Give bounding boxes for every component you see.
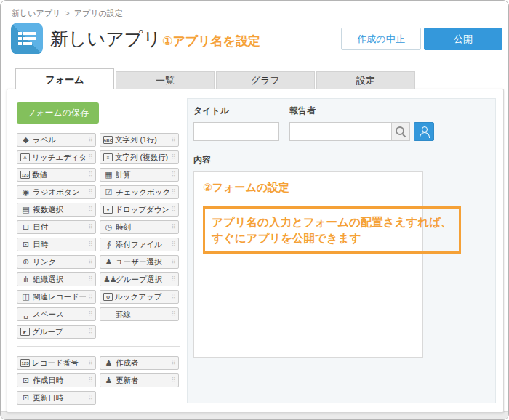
- paperclip-icon: ∮: [103, 241, 113, 249]
- field-item-label: 日時: [33, 240, 86, 250]
- field-palette-group-main: ◆ラベル⠿ABC文字列 (1行)⠿Aリッチエディター⠿≡文字列 (複数行)⠿12…: [17, 133, 180, 339]
- field-item-checkbox[interactable]: ☑チェックボックス⠿: [100, 185, 179, 199]
- breadcrumb-app-link[interactable]: 新しいアプリ: [12, 9, 60, 17]
- drag-handle-icon[interactable]: ⠿: [88, 276, 93, 283]
- app-icon: [11, 23, 43, 54]
- drag-handle-icon[interactable]: ⠿: [88, 171, 93, 178]
- title-field-label: タイトル: [193, 105, 279, 117]
- publish-button[interactable]: 公開: [424, 28, 502, 50]
- field-item-number[interactable]: 123数値⠿: [17, 168, 96, 182]
- reporter-user-picker-button[interactable]: [414, 122, 434, 141]
- field-item-label[interactable]: ◆ラベル⠿: [17, 133, 96, 147]
- field-item-label: 計算: [116, 170, 169, 180]
- title-input[interactable]: [193, 122, 279, 141]
- drag-handle-icon[interactable]: ⠿: [88, 224, 93, 230]
- drag-handle-icon[interactable]: ⠿: [88, 241, 93, 248]
- drag-handle-icon[interactable]: ⠿: [88, 377, 93, 384]
- drag-handle-icon[interactable]: ⠿: [171, 276, 176, 283]
- field-item-time[interactable]: ◷時刻⠿: [100, 220, 179, 234]
- field-item-label: 組織選択: [33, 275, 86, 285]
- tab-form[interactable]: フォーム: [15, 68, 114, 89]
- drag-handle-icon[interactable]: ⠿: [88, 259, 93, 265]
- drag-handle-icon[interactable]: ⠿: [88, 328, 93, 335]
- calendar-icon: ⊡: [20, 394, 31, 402]
- drag-handle-icon[interactable]: ⠿: [171, 171, 176, 178]
- field-item-updated-time[interactable]: ⊡更新日時⠿: [17, 391, 96, 405]
- field-item-calc[interactable]: ▦計算⠿: [100, 168, 179, 182]
- field-item-label: ラジオボタン: [33, 187, 86, 198]
- tab-chart[interactable]: グラフ: [216, 71, 315, 89]
- drag-handle-icon[interactable]: ⠿: [171, 294, 176, 300]
- breadcrumb: 新しいアプリ>アプリの設定: [12, 8, 123, 19]
- clock-icon: ◷: [103, 223, 113, 231]
- field-item-dropdown[interactable]: ▾ドロップダウン⠿: [100, 203, 179, 217]
- tag-icon: ◆: [20, 136, 31, 144]
- field-item-space[interactable]: ␣スペース⠿: [17, 307, 96, 321]
- reporter-input[interactable]: [289, 122, 391, 141]
- field-item-text-single[interactable]: ABC文字列 (1行)⠿: [100, 133, 179, 147]
- field-item-label: レコード番号: [32, 358, 86, 368]
- field-item-label: ドロップダウン: [115, 205, 169, 215]
- field-item-datetime[interactable]: ⊡日時⠿: [17, 238, 96, 251]
- field-item-label: スペース: [33, 310, 86, 320]
- space-icon: ␣: [20, 310, 31, 318]
- tab-list[interactable]: 一覧: [116, 71, 215, 89]
- field-item-user-select[interactable]: ♟ユーザー選択⠿: [100, 255, 179, 269]
- field-item-attachment[interactable]: ∮添付ファイル⠿: [100, 238, 179, 251]
- field-item-related-records[interactable]: ◫関連レコード一覧⠿: [17, 290, 96, 304]
- drag-handle-icon[interactable]: ⠿: [171, 241, 176, 248]
- field-item-group[interactable]: ◤グループ⠿: [17, 325, 96, 339]
- field-item-rich-editor[interactable]: Aリッチエディター⠿: [17, 150, 96, 164]
- calendar-icon: ⊟: [20, 223, 31, 231]
- search-icon: [396, 126, 406, 137]
- drag-handle-icon[interactable]: ⠿: [171, 224, 176, 230]
- content-textarea[interactable]: ②フォームの設定 アプリ名の入力とフォームの配置さえすれば、 すぐにアプリを公開…: [193, 171, 423, 358]
- drag-handle-icon[interactable]: ⠿: [171, 360, 176, 366]
- reporter-search-button[interactable]: [391, 122, 410, 141]
- drag-handle-icon[interactable]: ⠿: [171, 154, 176, 161]
- org-icon: ⋔: [20, 275, 31, 283]
- reporter-field-label: 報告者: [289, 105, 434, 117]
- page-title: 新しいアプリ: [50, 27, 161, 51]
- field-item-group-select[interactable]: ♟♟グループ選択⠿: [100, 272, 179, 286]
- field-item-record-number[interactable]: 123レコード番号⠿: [17, 356, 96, 370]
- field-item-creator[interactable]: ♟作成者⠿: [100, 356, 179, 370]
- callout-line-1: アプリ名の入力とフォームの配置さえすれば、: [212, 214, 452, 230]
- drag-handle-icon[interactable]: ⠿: [171, 189, 176, 195]
- annotation-callout-box: アプリ名の入力とフォームの配置さえすれば、 すぐにアプリを公開できます: [203, 206, 461, 254]
- drag-handle-icon[interactable]: ⠿: [171, 377, 176, 384]
- field-item-text-multi[interactable]: ≡文字列 (複数行)⠿: [100, 150, 179, 164]
- drag-handle-icon[interactable]: ⠿: [171, 311, 176, 318]
- globe-icon: ⊕: [20, 258, 31, 266]
- drag-handle-icon[interactable]: ⠿: [88, 360, 93, 366]
- field-item-label: 文字列 (1行): [115, 135, 169, 145]
- field-item-date[interactable]: ⊟日付⠿: [17, 220, 96, 234]
- drag-handle-icon[interactable]: ⠿: [88, 189, 93, 195]
- field-item-label: 関連レコード一覧: [33, 292, 86, 302]
- field-item-link[interactable]: ⊕リンク⠿: [17, 255, 96, 269]
- drag-handle-icon[interactable]: ⠿: [171, 259, 176, 265]
- drag-handle-icon[interactable]: ⠿: [88, 395, 93, 401]
- field-item-multi-select[interactable]: ▤複数選択⠿: [17, 203, 96, 217]
- number-icon: 123: [20, 171, 30, 179]
- drag-handle-icon[interactable]: ⠿: [88, 206, 93, 213]
- drag-handle-icon[interactable]: ⠿: [88, 137, 93, 143]
- cancel-creation-button[interactable]: 作成の中止: [341, 28, 421, 50]
- drag-handle-icon[interactable]: ⠿: [171, 206, 176, 213]
- drag-handle-icon[interactable]: ⠿: [171, 137, 176, 143]
- drag-handle-icon[interactable]: ⠿: [88, 154, 93, 161]
- drag-handle-icon[interactable]: ⠿: [88, 294, 93, 300]
- field-item-radio[interactable]: ◉ラジオボタン⠿: [17, 185, 96, 199]
- field-item-lookup[interactable]: Qルックアップ⠿: [100, 290, 179, 304]
- field-item-created-time[interactable]: ⊡作成日時⠿: [17, 373, 96, 387]
- field-item-label: 複数選択: [33, 205, 86, 215]
- field-item-updater[interactable]: ♟更新者⠿: [100, 373, 179, 387]
- field-item-org-select[interactable]: ⋔組織選択⠿: [17, 272, 96, 286]
- save-form-button[interactable]: フォームの保存: [17, 102, 99, 124]
- user-icon: [419, 126, 429, 137]
- user-icon: ♟: [103, 359, 113, 367]
- tab-settings[interactable]: 設定: [316, 71, 415, 89]
- field-item-hr[interactable]: —罫線⠿: [100, 307, 179, 321]
- drag-handle-icon[interactable]: ⠿: [88, 311, 93, 318]
- main-panel: フォームの保存 ◆ラベル⠿ABC文字列 (1行)⠿Aリッチエディター⠿≡文字列 …: [7, 89, 504, 413]
